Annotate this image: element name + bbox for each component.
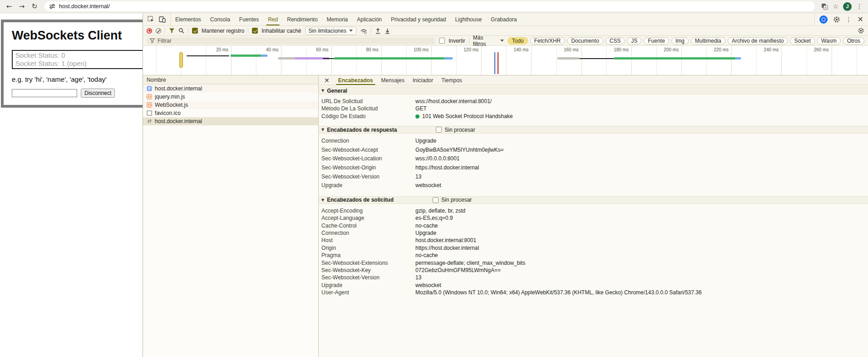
- ai-assistant-icon[interactable]: [819, 15, 828, 24]
- more-filters-label[interactable]: Más filtros: [473, 35, 497, 47]
- header-row: Método De La SolicitudGET: [319, 105, 868, 112]
- header-value: websocket: [415, 181, 441, 190]
- disconnect-button[interactable]: Disconnect: [81, 89, 115, 98]
- network-conditions-icon[interactable]: [360, 28, 367, 34]
- back-button[interactable]: ←: [4, 1, 15, 12]
- header-row: Sec-Websocket-AcceptGoyBwBA5oeYM5IYUnhtm…: [319, 146, 868, 155]
- record-network-log-icon[interactable]: [147, 28, 152, 34]
- preserve-log-checkbox[interactable]: [192, 28, 198, 34]
- filter-chip-wasm[interactable]: Wasm: [817, 37, 841, 45]
- bookmark-star-icon[interactable]: ☆: [833, 3, 838, 10]
- clear-network-log-icon[interactable]: [156, 28, 161, 34]
- request-row-host-docker-internal[interactable]: ⇄host.docker.internal: [143, 117, 318, 125]
- request-name: favicon.ico: [155, 110, 181, 116]
- address-bar[interactable]: host.docker.internal/: [44, 1, 815, 11]
- filter-chip-documento[interactable]: Documento: [567, 37, 603, 45]
- tab-red[interactable]: Red: [263, 13, 282, 25]
- timeline-tick-label: 160 ms: [542, 47, 579, 52]
- timeline-gridline: [582, 46, 582, 75]
- devtools-close-icon[interactable]: ✕: [858, 15, 863, 24]
- tab-consola[interactable]: Consola: [206, 13, 235, 25]
- socket-status-line: Socket Status: 0: [15, 51, 143, 60]
- network-toolbar: Mantener registro Inhabilitar caché Sin …: [143, 26, 868, 36]
- header-row: Sec-Websocket-Version13: [319, 274, 868, 281]
- header-key: Sec-Websocket-Version: [321, 274, 415, 281]
- timeline-tick-label: 100 ms: [392, 47, 429, 52]
- details-tab-encabezados[interactable]: Encabezados: [334, 75, 377, 85]
- timeline-overview[interactable]: 20 ms40 ms60 ms80 ms100 ms120 ms140 ms16…: [143, 46, 868, 75]
- translate-icon[interactable]: A: [821, 3, 828, 10]
- filter-funnel-icon[interactable]: [169, 28, 175, 34]
- filter-chip-todo[interactable]: Todo: [508, 37, 528, 45]
- script-icon: [147, 102, 152, 108]
- details-tab-tiempos[interactable]: Tiempos: [437, 75, 466, 85]
- header-value: permessage-deflate; client_max_window_bi…: [415, 259, 525, 267]
- section-header-encabezados-de-solicitud[interactable]: ▼Encabezados de solicitudSin procesar: [319, 196, 868, 204]
- filter-chip-otros[interactable]: Otros: [843, 37, 864, 45]
- inspect-element-icon[interactable]: [148, 16, 154, 23]
- tab-rendimiento[interactable]: Rendimiento: [282, 13, 322, 25]
- tab-aplicaci-n[interactable]: Aplicación: [352, 13, 386, 25]
- site-settings-icon[interactable]: [49, 3, 55, 10]
- tab-privacidad-y-seguridad[interactable]: Privacidad y seguridad: [386, 13, 450, 25]
- raw-checkbox[interactable]: [433, 197, 439, 203]
- network-settings-gear-icon[interactable]: [858, 27, 864, 34]
- request-row-host-docker-internal[interactable]: host.docker.internal: [143, 84, 318, 93]
- request-row-websocket-js[interactable]: WebSocket.js: [143, 101, 318, 109]
- header-key: Accept-Language: [321, 214, 415, 222]
- timeline-selection-handle[interactable]: [179, 52, 183, 68]
- header-key: Sec-Websocket-Accept: [321, 146, 415, 155]
- forward-button[interactable]: →: [16, 1, 27, 12]
- timeline-gridline: [531, 46, 532, 75]
- name-column-header[interactable]: Nombre: [143, 75, 318, 84]
- filter-input[interactable]: Filtrar: [147, 37, 435, 45]
- invert-checkbox[interactable]: [439, 38, 445, 44]
- tab-grabadora[interactable]: Grabadora: [486, 13, 521, 25]
- tab-lighthouse[interactable]: Lighthouse: [450, 13, 486, 25]
- details-tab-iniciador[interactable]: Iniciador: [409, 75, 437, 85]
- request-row-jquery-min-js[interactable]: jquery.min.js: [143, 93, 318, 101]
- filter-chip-socket[interactable]: Socket: [790, 37, 815, 45]
- filter-chip-img[interactable]: Img: [671, 37, 689, 45]
- import-har-icon[interactable]: [375, 28, 381, 34]
- header-key: Código De Estado: [321, 113, 415, 120]
- header-key: Origin: [321, 244, 415, 252]
- throttling-dropdown[interactable]: Sin limitaciones: [305, 27, 356, 35]
- disable-cache-label: Inhabilitar caché: [261, 28, 301, 34]
- filter-chip-multimedia[interactable]: Multimedia: [691, 37, 725, 45]
- details-tab-mensajes[interactable]: Mensajes: [377, 75, 409, 85]
- raw-checkbox[interactable]: [436, 127, 442, 133]
- filter-chip-js[interactable]: JS: [627, 37, 641, 45]
- search-icon[interactable]: [178, 28, 184, 34]
- filter-chip-archivo-de-manifiesto[interactable]: Archivo de manifiesto: [728, 37, 788, 45]
- reload-button[interactable]: ↻: [29, 1, 40, 12]
- request-list: host.docker.internaljquery.min.jsWebSock…: [143, 84, 318, 125]
- network-filter-bar: Filtrar Invertir Más filtros TodoFetch/X…: [143, 36, 868, 46]
- section-header-encabezados-de-respuesta[interactable]: ▼Encabezados de respuestaSin procesar: [319, 126, 868, 134]
- browser-menu-icon[interactable]: ⋮: [856, 3, 863, 10]
- tab-memoria[interactable]: Memoria: [322, 13, 353, 25]
- header-value: no-cache: [415, 252, 438, 259]
- message-input[interactable]: [12, 89, 77, 97]
- details-close-icon[interactable]: ✕: [321, 75, 333, 85]
- filter-chip-fuente[interactable]: Fuente: [644, 37, 669, 45]
- header-row: Originhttps://host.docker.internal: [319, 244, 868, 252]
- export-har-icon[interactable]: [385, 28, 390, 34]
- tab-fuentes[interactable]: Fuentes: [235, 13, 263, 25]
- request-row-favicon-ico[interactable]: favicon.ico: [143, 109, 318, 117]
- settings-gear-icon[interactable]: [833, 16, 840, 23]
- device-toolbar-icon[interactable]: [159, 16, 166, 23]
- timeline-gridline: [281, 46, 281, 75]
- request-name: WebSocket.js: [155, 102, 188, 108]
- section-title: General: [327, 88, 347, 94]
- timeline-gridline: [731, 46, 732, 75]
- filter-chip-fetch-xhr[interactable]: Fetch/XHR: [530, 37, 565, 45]
- filter-chip-css[interactable]: CSS: [606, 37, 625, 45]
- details-tab-bar: ✕ EncabezadosMensajesIniciadorTiempos: [319, 75, 868, 85]
- disable-cache-checkbox[interactable]: [252, 28, 258, 34]
- profile-avatar[interactable]: J: [843, 2, 852, 11]
- section-header-general[interactable]: ▼General: [319, 87, 868, 94]
- throttling-value: Sin limitaciones: [309, 28, 346, 34]
- tab-elementos[interactable]: Elementos: [171, 13, 206, 25]
- devtools-menu-icon[interactable]: ⋮: [846, 16, 852, 23]
